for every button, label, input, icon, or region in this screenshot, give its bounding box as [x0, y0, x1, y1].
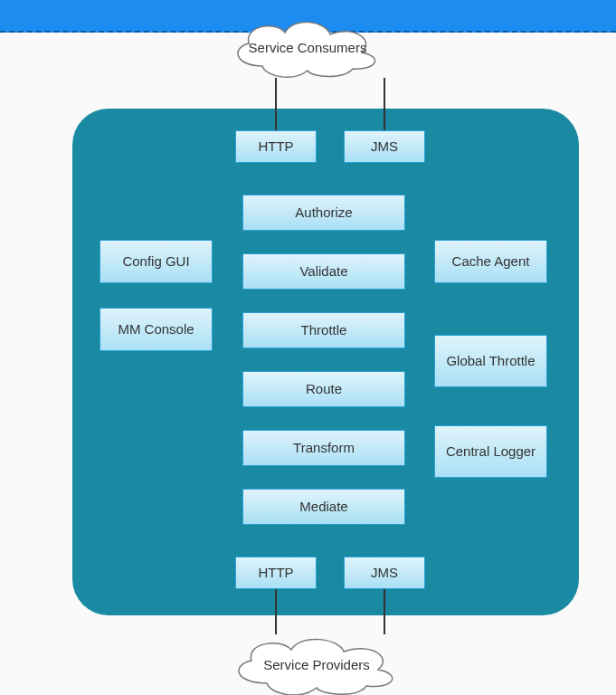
cache-agent-box: Cache Agent: [434, 240, 547, 283]
mediate-box: Mediate: [242, 489, 405, 525]
connector-line: [384, 78, 385, 130]
service-consumers-cloud: Service Consumers: [226, 16, 389, 80]
connector-line: [384, 589, 385, 634]
cloud-label: Service Consumers: [249, 40, 367, 56]
route-box: Route: [242, 371, 405, 407]
central-logger-box: Central Logger: [434, 425, 547, 478]
http-in-box: HTTP: [235, 130, 317, 163]
box-label: Central Logger: [446, 443, 535, 460]
transform-box: Transform: [242, 430, 405, 466]
box-label: JMS: [371, 138, 398, 155]
box-label: HTTP: [258, 138, 293, 155]
jms-in-box: JMS: [344, 130, 425, 163]
box-label: Route: [306, 381, 342, 397]
service-providers-cloud: Service Providers: [226, 633, 407, 695]
global-throttle-box: Global Throttle: [434, 335, 547, 387]
config-gui-box: Config GUI: [100, 240, 213, 283]
box-label: HTTP: [258, 565, 293, 581]
box-label: Cache Agent: [452, 253, 530, 270]
box-label: JMS: [371, 565, 398, 581]
box-label: Config GUI: [122, 253, 189, 270]
box-label: Validate: [299, 263, 347, 280]
box-label: MM Console: [118, 321, 194, 338]
http-out-box: HTTP: [235, 557, 317, 589]
mm-console-box: MM Console: [100, 308, 213, 351]
throttle-box: Throttle: [242, 312, 405, 348]
box-label: Authorize: [295, 205, 352, 221]
connector-line: [275, 589, 277, 634]
esb-panel: HTTP JMS Authorize Validate Throttle Rou…: [72, 109, 579, 615]
box-label: Mediate: [299, 499, 347, 515]
box-label: Throttle: [301, 322, 347, 338]
jms-out-box: JMS: [344, 557, 425, 589]
box-label: Global Throttle: [446, 353, 535, 369]
box-label: Transform: [293, 440, 355, 456]
authorize-box: Authorize: [242, 195, 405, 231]
cloud-label: Service Providers: [263, 657, 370, 673]
connector-line: [275, 78, 277, 130]
validate-box: Validate: [242, 253, 405, 290]
